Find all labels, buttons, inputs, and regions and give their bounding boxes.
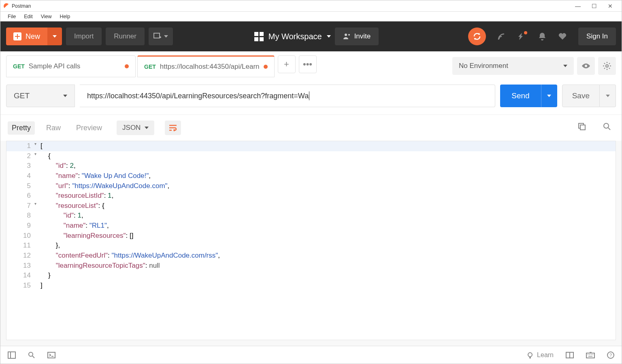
person-plus-icon bbox=[343, 33, 350, 40]
tab-label: https://localhost:44350/api/Learn bbox=[160, 63, 260, 71]
menubar: FileEditViewHelp bbox=[0, 12, 622, 21]
workspace-selector[interactable]: My Workspace bbox=[254, 32, 331, 41]
bootcamp-icon[interactable] bbox=[518, 32, 526, 41]
console-icon bbox=[47, 352, 55, 358]
two-pane-icon bbox=[566, 352, 574, 358]
svg-point-5 bbox=[604, 123, 609, 128]
settings-button[interactable] bbox=[598, 57, 616, 75]
sync-icon bbox=[473, 32, 481, 41]
new-tab-button[interactable]: + bbox=[278, 55, 296, 73]
format-select[interactable]: JSON bbox=[117, 121, 154, 135]
menu-file[interactable]: File bbox=[4, 13, 20, 20]
satellite-icon[interactable] bbox=[497, 32, 506, 41]
keyboard-icon bbox=[586, 352, 595, 358]
help-icon: ? bbox=[607, 351, 614, 359]
gear-icon bbox=[603, 61, 611, 70]
environment-select[interactable]: No Environment bbox=[452, 57, 574, 75]
invite-label: Invite bbox=[354, 32, 371, 40]
cursor bbox=[309, 91, 309, 100]
wrap-button[interactable] bbox=[165, 121, 181, 135]
main-toolbar: New Import Runner My Workspace Invite Si… bbox=[0, 21, 622, 51]
statusbar: Learn ? bbox=[0, 346, 622, 364]
grid-icon bbox=[254, 32, 264, 41]
sync-button[interactable] bbox=[468, 28, 486, 45]
svg-rect-6 bbox=[8, 352, 15, 358]
search-response-button[interactable] bbox=[600, 123, 614, 133]
bulb-icon bbox=[526, 351, 534, 359]
two-pane-button[interactable] bbox=[566, 352, 574, 358]
svg-point-9 bbox=[528, 353, 532, 357]
eye-icon bbox=[581, 63, 591, 69]
learn-label: Learn bbox=[537, 351, 554, 359]
wrap-icon bbox=[168, 124, 177, 131]
search-icon bbox=[603, 123, 611, 131]
sidebar-toggle-button[interactable] bbox=[8, 351, 16, 359]
svg-rect-8 bbox=[48, 352, 55, 358]
save-dropdown[interactable] bbox=[600, 85, 616, 107]
tab-method: GET bbox=[13, 63, 25, 70]
window-minimize-icon[interactable]: — bbox=[570, 0, 586, 12]
runner-button[interactable]: Runner bbox=[106, 28, 145, 45]
app-title: Postman bbox=[12, 3, 31, 9]
dirty-dot-icon bbox=[125, 64, 129, 68]
tab-label: Sample API calls bbox=[29, 62, 121, 70]
menu-view[interactable]: View bbox=[37, 13, 56, 20]
titlebar: Postman — ☐ ✕ bbox=[0, 0, 622, 12]
window-close-icon[interactable]: ✕ bbox=[602, 0, 618, 12]
bootcamp-link[interactable]: Learn bbox=[526, 351, 554, 359]
menu-help[interactable]: Help bbox=[56, 13, 75, 20]
menu-edit[interactable]: Edit bbox=[20, 13, 37, 20]
save-label: Save bbox=[562, 85, 600, 107]
svg-point-7 bbox=[29, 352, 33, 356]
copy-icon bbox=[578, 123, 586, 131]
bell-icon[interactable] bbox=[538, 32, 547, 41]
svg-point-1 bbox=[345, 34, 347, 36]
response-body[interactable]: 1[2 {3 "id": 2,4 "name": "Wake Up And Co… bbox=[6, 141, 616, 340]
svg-rect-4 bbox=[580, 125, 585, 130]
tabs-row: GETSample API callsGEThttps://localhost:… bbox=[0, 51, 622, 77]
search-icon bbox=[28, 351, 35, 359]
keyboard-button[interactable] bbox=[586, 352, 595, 358]
new-button-label: New bbox=[26, 32, 40, 41]
console-button[interactable] bbox=[47, 352, 55, 358]
window-plus-icon bbox=[153, 33, 162, 40]
view-tab-raw[interactable]: Raw bbox=[42, 121, 65, 135]
url-value: https://localhost:44350/api/LearningReso… bbox=[87, 92, 309, 100]
find-button[interactable] bbox=[28, 351, 35, 359]
dirty-dot-icon bbox=[264, 65, 268, 69]
plus-icon bbox=[13, 32, 21, 40]
view-tab-preview[interactable]: Preview bbox=[72, 121, 106, 135]
workspace-label: My Workspace bbox=[268, 32, 322, 41]
format-label: JSON bbox=[122, 124, 141, 132]
tab-more-button[interactable]: ••• bbox=[299, 55, 317, 73]
request-tab-1[interactable]: GEThttps://localhost:44350/api/Learn bbox=[137, 55, 275, 77]
save-button[interactable]: Save bbox=[562, 85, 616, 107]
invite-button[interactable]: Invite bbox=[335, 28, 379, 45]
send-button[interactable]: Send bbox=[500, 85, 557, 107]
environment-quicklook-button[interactable] bbox=[577, 57, 595, 75]
capture-button[interactable] bbox=[149, 28, 173, 45]
import-button[interactable]: Import bbox=[66, 28, 102, 45]
send-dropdown[interactable] bbox=[541, 85, 557, 107]
heart-icon[interactable] bbox=[558, 32, 567, 41]
response-toolbar: PrettyRawPreview JSON bbox=[0, 114, 622, 141]
tab-method: GET bbox=[144, 63, 156, 70]
copy-button[interactable] bbox=[575, 123, 589, 133]
method-label: GET bbox=[14, 91, 30, 100]
signin-button[interactable]: Sign In bbox=[578, 28, 616, 45]
svg-rect-0 bbox=[154, 33, 160, 38]
send-label: Send bbox=[500, 85, 541, 107]
help-button[interactable]: ? bbox=[607, 351, 614, 359]
view-tab-pretty[interactable]: Pretty bbox=[8, 121, 35, 135]
panel-icon bbox=[8, 351, 16, 359]
environment-label: No Environment bbox=[459, 62, 508, 70]
request-tab-0[interactable]: GETSample API calls bbox=[6, 55, 136, 77]
window-maximize-icon[interactable]: ☐ bbox=[586, 0, 602, 12]
request-row: GET https://localhost:44350/api/Learning… bbox=[0, 77, 622, 114]
new-button[interactable]: New bbox=[6, 28, 62, 45]
svg-rect-11 bbox=[586, 353, 594, 358]
app-logo-icon bbox=[4, 3, 9, 9]
new-dropdown[interactable] bbox=[47, 28, 62, 45]
url-input[interactable]: https://localhost:44350/api/LearningReso… bbox=[80, 85, 495, 107]
method-select[interactable]: GET bbox=[6, 85, 75, 107]
